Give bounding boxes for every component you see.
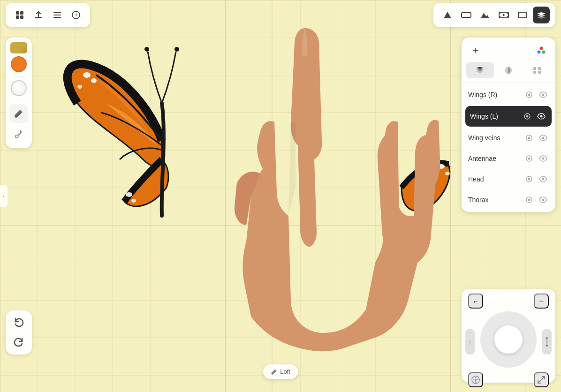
menu-button[interactable]: [49, 7, 66, 23]
svg-point-10: [438, 164, 445, 169]
nav-widget-bottom: [462, 372, 555, 392]
layer-target-wings-r[interactable]: [523, 89, 535, 100]
nav-widget-top: ⌐ −: [462, 289, 555, 311]
eyedropper-tool[interactable]: [9, 125, 28, 143]
tab-blend[interactable]: [495, 62, 523, 78]
layer-target-wings-l[interactable]: [522, 111, 533, 122]
grid-button[interactable]: [11, 7, 28, 23]
nav-joystick-area: |: [462, 311, 555, 372]
top-toolbar-left: ?: [6, 3, 90, 27]
svg-point-34: [528, 94, 531, 96]
layer-actions-antennae: [523, 153, 549, 164]
layer-actions-head: [523, 173, 549, 185]
film-tool-button[interactable]: [495, 7, 512, 23]
svg-rect-18: [462, 13, 471, 17]
svg-point-4: [91, 78, 97, 83]
svg-rect-24: [518, 12, 527, 18]
svg-point-46: [528, 178, 531, 181]
nav-left-handle[interactable]: |: [465, 329, 475, 354]
svg-point-52: [475, 379, 477, 381]
svg-point-40: [528, 137, 531, 139]
layer-name-antennae: Antennae: [468, 155, 496, 162]
svg-point-3: [83, 72, 91, 78]
layer-visibility-head[interactable]: [538, 173, 549, 185]
layer-wings-l[interactable]: Wings (L): [465, 106, 552, 127]
svg-point-8: [144, 47, 149, 52]
sidebar-divider-2: [12, 100, 26, 100]
layer-head[interactable]: Head: [462, 169, 555, 189]
svg-point-49: [528, 199, 531, 201]
layer-wings-r[interactable]: Wings (R): [462, 84, 555, 105]
svg-point-38: [540, 115, 543, 118]
export-button[interactable]: [30, 7, 47, 23]
layer-visibility-wings-l[interactable]: [536, 111, 547, 122]
svg-point-50: [542, 199, 545, 201]
layer-target-antennae[interactable]: [523, 153, 535, 164]
opacity-tool[interactable]: [11, 80, 27, 96]
nav-expand-button[interactable]: [534, 372, 549, 387]
layer-visibility-wing-veins[interactable]: [538, 132, 549, 143]
layer-visibility-antennae[interactable]: [538, 153, 549, 164]
layer-name-thorax: Thorax: [468, 196, 489, 204]
collapse-sidebar-button[interactable]: ‹: [0, 185, 8, 207]
add-layer-button[interactable]: +: [468, 43, 483, 58]
layer-target-wing-veins[interactable]: [523, 132, 535, 143]
layer-name-wings-r: Wings (R): [468, 91, 497, 98]
svg-point-28: [538, 51, 541, 54]
layer-antennae[interactable]: Antennae: [462, 148, 555, 169]
svg-text:?: ?: [75, 12, 77, 19]
layer-name-wings-l: Wings (L): [470, 113, 498, 120]
layers-list: Wings (R) Wings (L): [462, 83, 555, 212]
nav-right-handle[interactable]: [542, 329, 552, 354]
undo-button[interactable]: [9, 313, 28, 332]
color-palette-button[interactable]: [534, 43, 549, 58]
joystick-inner: [494, 325, 523, 354]
svg-point-27: [542, 51, 546, 54]
svg-point-6: [126, 192, 132, 197]
layer-actions-wings-r: [523, 89, 549, 100]
layer-target-thorax[interactable]: [523, 194, 535, 205]
nav-compass-button[interactable]: [468, 372, 483, 387]
layer-thorax[interactable]: Thorax: [462, 189, 555, 210]
tab-layers[interactable]: [466, 62, 494, 78]
svg-rect-32: [538, 71, 541, 74]
layer-target-head[interactable]: [523, 173, 535, 185]
joystick-outer[interactable]: [480, 311, 537, 368]
nav-minus-button[interactable]: −: [534, 294, 549, 309]
nav-widget: ⌐ − |: [462, 289, 555, 383]
primary-color-picker[interactable]: [11, 56, 27, 72]
rect-tool-button[interactable]: [458, 7, 475, 23]
layer-color-swatch[interactable]: [10, 42, 27, 53]
svg-point-35: [542, 94, 545, 96]
svg-rect-13: [20, 11, 23, 15]
nav-corner-button[interactable]: ⌐: [468, 294, 483, 309]
layer-wing-veins[interactable]: Wing veins: [462, 128, 555, 148]
svg-point-37: [526, 115, 529, 118]
svg-point-41: [542, 137, 545, 139]
svg-point-26: [540, 47, 543, 50]
help-button[interactable]: ?: [68, 7, 84, 23]
svg-point-7: [131, 199, 136, 203]
loft-badge-label: Loft: [280, 368, 290, 375]
svg-rect-30: [538, 67, 541, 70]
layer-name-head: Head: [468, 175, 484, 183]
triangle-tool-button[interactable]: [439, 7, 456, 23]
right-panel-header: +: [462, 38, 555, 62]
svg-rect-12: [16, 11, 19, 15]
crop-tool-button[interactable]: [514, 7, 531, 23]
layers-tool-button[interactable]: [533, 7, 550, 23]
butterfly-artwork: [56, 19, 267, 263]
brush-tool[interactable]: [9, 104, 28, 123]
layer-visibility-wings-r[interactable]: [538, 89, 549, 100]
layer-visibility-thorax[interactable]: [538, 194, 549, 205]
mountain-tool-button[interactable]: [477, 7, 493, 23]
svg-rect-15: [20, 15, 23, 19]
panel-tabs: [462, 62, 555, 83]
svg-rect-14: [16, 15, 19, 19]
redo-button[interactable]: [9, 333, 28, 352]
svg-point-47: [542, 178, 545, 181]
loft-badge[interactable]: Loft: [263, 364, 298, 379]
right-panel: +: [462, 38, 555, 212]
svg-point-11: [445, 172, 450, 175]
tab-grid[interactable]: [523, 62, 551, 78]
